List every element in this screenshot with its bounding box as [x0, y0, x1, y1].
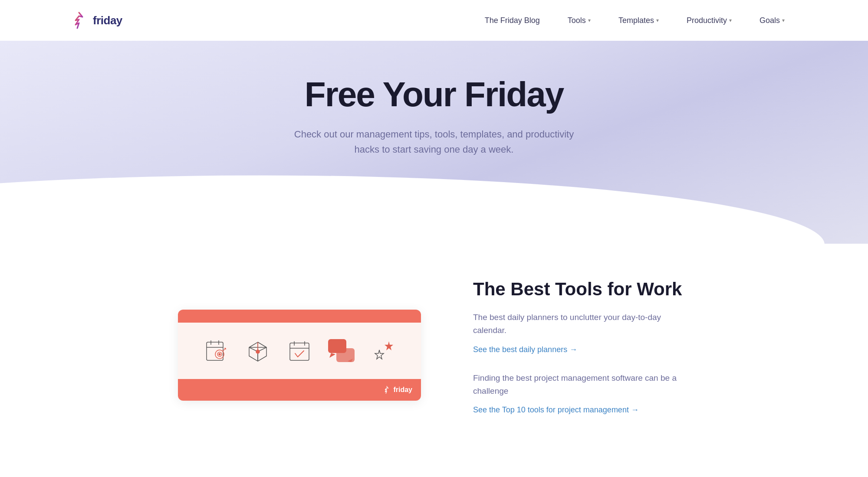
block1-description: The best daily planners to unclutter you…	[473, 311, 690, 337]
content-section: friday The Best Tools for Work The best …	[0, 244, 868, 458]
chevron-down-icon: ▾	[729, 17, 732, 23]
hero-subtitle: Check out our management tips, tools, te…	[282, 127, 586, 157]
section-title: The Best Tools for Work	[473, 278, 690, 300]
nav-item-productivity[interactable]: Productivity ▾	[673, 13, 746, 29]
nav-item-tools[interactable]: Tools ▾	[554, 13, 605, 29]
nav-item-goals[interactable]: Goals ▾	[746, 13, 799, 29]
nav-item-friday-blog[interactable]: The Friday Blog	[471, 13, 554, 29]
calendar-check-icon	[284, 336, 315, 366]
cube-icon	[243, 336, 273, 366]
svg-point-6	[219, 353, 220, 355]
svg-rect-0	[207, 342, 223, 360]
daily-planners-link[interactable]: See the best daily planners →	[473, 345, 690, 354]
target-icon	[201, 336, 231, 366]
logo[interactable]: friday	[69, 11, 122, 30]
svg-rect-12	[290, 343, 309, 360]
svg-marker-19	[375, 350, 384, 359]
card-top-bar	[178, 310, 421, 323]
svg-marker-18	[385, 341, 393, 350]
tools-description: The Best Tools for Work The best daily p…	[473, 278, 690, 432]
chevron-down-icon: ▾	[656, 17, 659, 23]
project-management-link[interactable]: See the Top 10 tools for project managem…	[473, 405, 690, 415]
star-icon	[368, 336, 398, 366]
card-logo: friday	[382, 386, 412, 394]
svg-point-10	[256, 350, 260, 353]
card-icons-row	[178, 323, 421, 379]
card-bottom-bar: friday	[178, 379, 421, 401]
hero-title: Free Your Friday	[0, 75, 868, 114]
main-nav: The Friday Blog Tools ▾ Templates ▾ Prod…	[471, 13, 799, 29]
block2-description: Finding the best project management soft…	[473, 372, 690, 398]
logo-icon	[69, 11, 89, 30]
nav-item-templates[interactable]: Templates ▾	[605, 13, 673, 29]
tools-card-image: friday	[178, 310, 421, 401]
hero-section: Free Your Friday Check out our managemen…	[0, 41, 868, 244]
chevron-down-icon: ▾	[782, 17, 785, 23]
logo-text: friday	[93, 14, 122, 27]
chat-icon	[326, 336, 356, 366]
header: friday The Friday Blog Tools ▾ Templates…	[0, 0, 868, 41]
chevron-down-icon: ▾	[588, 17, 591, 23]
